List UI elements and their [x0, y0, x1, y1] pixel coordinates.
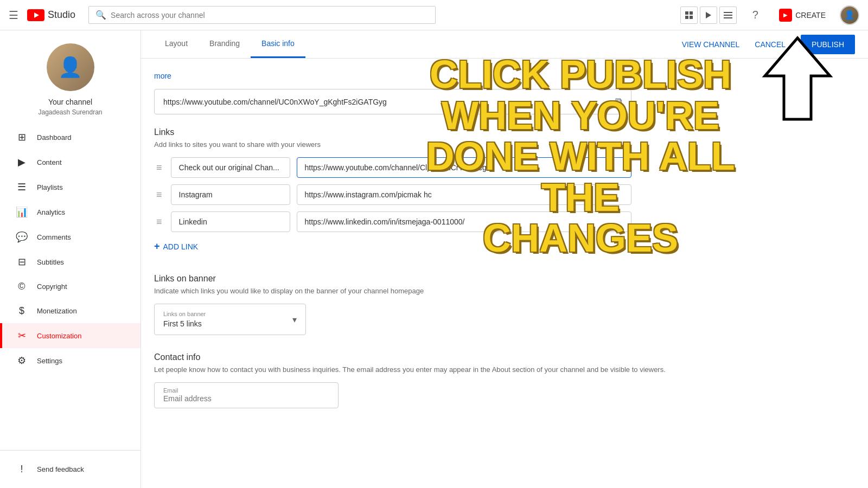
links-banner-title: Links on banner — [154, 274, 855, 284]
copyright-icon: © — [15, 281, 28, 292]
avatar[interactable]: 👤 — [840, 5, 859, 25]
sidebar-label-settings: Settings — [37, 357, 62, 365]
playlists-icon: ☰ — [15, 181, 28, 193]
svg-rect-7 — [724, 12, 732, 13]
sidebar-nav: ⊞ Dashboard ▶ Content ☰ Playlists 📊 Anal… — [0, 125, 141, 450]
sidebar-item-analytics[interactable]: 📊 Analytics — [0, 200, 141, 224]
nav-left: ☰ Studio — [9, 9, 75, 22]
link-url-2[interactable] — [297, 184, 631, 205]
svg-rect-4 — [685, 16, 688, 19]
tab-basic-info[interactable]: Basic info — [251, 30, 305, 58]
content-area: Layout Branding Basic info VIEW CHANNEL … — [141, 30, 868, 488]
monetization-icon: $ — [15, 305, 28, 317]
contact-desc: Let people know how to contact you with … — [154, 365, 855, 374]
add-link-button[interactable]: + ADD LINK — [154, 236, 198, 256]
play-icon-btn[interactable] — [700, 7, 717, 24]
sidebar-item-monetization[interactable]: $ Monetization — [0, 299, 141, 323]
sidebar-item-send-feedback[interactable]: ! Send feedback — [0, 457, 141, 481]
grid-icon-btn[interactable] — [680, 7, 698, 24]
link-title-1[interactable] — [171, 157, 290, 178]
link-url-3[interactable] — [297, 211, 631, 232]
tabs-bar: Layout Branding Basic info VIEW CHANNEL … — [141, 30, 868, 59]
sidebar-item-playlists[interactable]: ☰ Playlists — [0, 175, 141, 200]
create-button[interactable]: CREATE — [774, 5, 831, 25]
dropdown-content: Links on banner First 5 links — [163, 311, 206, 328]
add-link-plus: + — [154, 241, 160, 252]
menu-icon-btn[interactable] — [719, 7, 737, 24]
email-label: Email — [163, 387, 329, 394]
sidebar-item-subtitles[interactable]: ⊟ Subtitles — [0, 249, 141, 274]
sidebar-item-customization[interactable]: ✂ Customization — [0, 323, 141, 348]
channel-url: https://www.youtube.com/channel/UC0nXWoY… — [163, 98, 615, 106]
icon-group — [680, 7, 737, 24]
copy-icon[interactable]: ⧉ — [615, 96, 622, 107]
links-list: ≡ ≡ ≡ — [154, 157, 631, 232]
links-title: Links — [154, 127, 855, 137]
drag-handle-1[interactable]: ≡ — [154, 162, 164, 174]
email-field-container: Email — [154, 382, 339, 408]
main-layout: 👤 Your channel Jagadeash Surendran ⊞ Das… — [0, 30, 868, 488]
content-icon: ▶ — [15, 156, 28, 168]
create-icon — [779, 9, 792, 22]
svg-rect-9 — [724, 17, 732, 18]
tabs-left: Layout Branding Basic info — [154, 30, 305, 58]
sidebar-label-content: Content — [37, 158, 62, 166]
sidebar: 👤 Your channel Jagadeash Surendran ⊞ Das… — [0, 30, 141, 488]
links-banner-dropdown[interactable]: Links on banner First 5 links ▾ — [154, 304, 306, 335]
link-title-2[interactable] — [171, 184, 290, 205]
cancel-button[interactable]: CANCEL — [748, 36, 792, 53]
link-row-3: ≡ — [154, 211, 631, 232]
links-banner-desc: Indicate which links you would like to d… — [154, 287, 855, 295]
create-label: CREATE — [795, 11, 826, 20]
nav-right: ? CREATE 👤 — [680, 5, 859, 25]
hamburger-icon[interactable]: ☰ — [9, 9, 18, 22]
logo-area: Studio — [27, 9, 75, 21]
sidebar-label-subtitles: Subtitles — [37, 258, 64, 266]
customization-icon: ✂ — [15, 330, 28, 342]
more-link[interactable]: more — [154, 72, 855, 80]
svg-rect-2 — [685, 11, 688, 15]
sidebar-label-copyright: Copyright — [37, 282, 67, 291]
sidebar-channel-sub: Jagadeash Surendran — [38, 108, 102, 116]
help-button[interactable]: ? — [745, 5, 765, 25]
comments-icon: 💬 — [15, 231, 28, 243]
sidebar-item-settings[interactable]: ⚙ Settings — [0, 348, 141, 373]
drag-handle-2[interactable]: ≡ — [154, 189, 164, 201]
dashboard-icon: ⊞ — [15, 131, 28, 143]
link-url-1[interactable] — [297, 157, 631, 178]
svg-rect-3 — [690, 11, 693, 15]
subtitles-icon: ⊟ — [15, 256, 28, 268]
view-channel-button[interactable]: VIEW CHANNEL — [682, 40, 740, 49]
sidebar-item-content[interactable]: ▶ Content — [0, 150, 141, 175]
scroll-content: more https://www.youtube.com/channel/UC0… — [141, 59, 868, 488]
svg-rect-8 — [724, 15, 732, 16]
sidebar-item-comments[interactable]: 💬 Comments — [0, 224, 141, 249]
sidebar-item-dashboard[interactable]: ⊞ Dashboard — [0, 125, 141, 150]
add-link-label: ADD LINK — [163, 242, 199, 251]
youtube-logo — [27, 9, 44, 21]
links-desc: Add links to sites you want to share wit… — [154, 140, 855, 149]
sidebar-profile: 👤 Your channel Jagadeash Surendran — [0, 30, 141, 125]
sidebar-item-copyright[interactable]: © Copyright — [0, 274, 141, 299]
links-section: Links Add links to sites you want to sha… — [154, 127, 855, 256]
link-title-3[interactable] — [171, 211, 290, 232]
dropdown-arrow-icon: ▾ — [292, 314, 297, 325]
sidebar-label-monetization: Monetization — [37, 307, 77, 315]
sidebar-channel-name: Your channel — [48, 98, 92, 106]
sidebar-label-customization: Customization — [37, 332, 81, 340]
contact-title: Contact info — [154, 352, 855, 362]
svg-marker-6 — [706, 12, 711, 18]
publish-button[interactable]: PUBLISH — [801, 35, 855, 54]
search-input[interactable] — [111, 11, 429, 20]
search-icon: 🔍 — [95, 10, 106, 20]
search-bar[interactable]: 🔍 — [88, 6, 436, 24]
drag-handle-3[interactable]: ≡ — [154, 216, 164, 228]
dropdown-label: Links on banner — [163, 311, 206, 317]
top-nav: ☰ Studio 🔍 ? CREATE — [0, 0, 868, 30]
tab-layout[interactable]: Layout — [154, 30, 199, 58]
email-input[interactable] — [163, 394, 329, 403]
tabs-right: VIEW CHANNEL CANCEL PUBLISH — [682, 35, 855, 54]
tab-branding[interactable]: Branding — [199, 30, 251, 58]
send-feedback-icon: ! — [15, 464, 28, 475]
sidebar-avatar: 👤 — [47, 43, 94, 91]
